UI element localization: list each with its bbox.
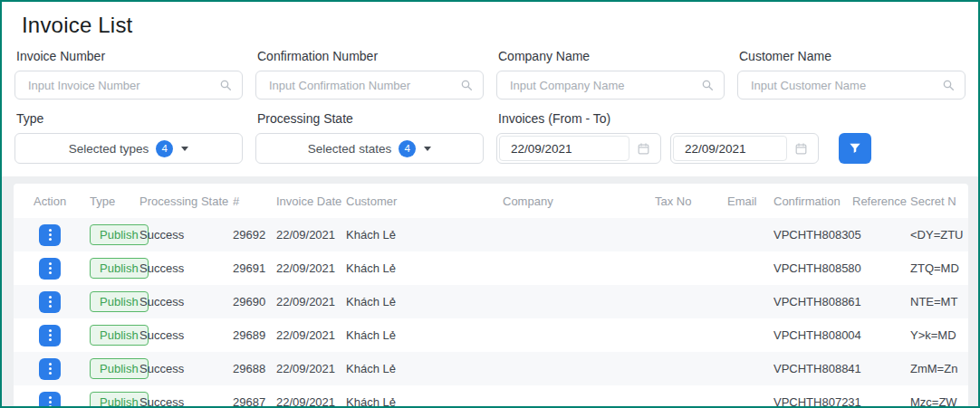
column-header-type: Type [90, 184, 139, 218]
processing-state-count-badge: 4 [399, 140, 416, 157]
processing-state-dropdown-text: Selected states [308, 142, 391, 156]
processing-state-dropdown[interactable]: Selected states 4 [255, 133, 484, 164]
cell-confirmation: VPCHTH808580 [773, 251, 852, 285]
table-row: PublishSuccess2968722/09/2021Khách LẻVPC… [14, 385, 968, 408]
type-count-badge: 4 [156, 140, 173, 157]
customer-name-label: Customer Name [739, 49, 966, 63]
row-actions-button[interactable] [39, 392, 61, 408]
filters-section: Invoice List Invoice Number Confirmation… [2, 2, 978, 176]
cell-email [727, 285, 773, 318]
cell-date: 22/09/2021 [276, 251, 346, 285]
row-actions-button[interactable] [39, 291, 61, 313]
confirmation-number-input[interactable] [269, 79, 459, 92]
cell-state: Success [139, 318, 233, 352]
cell-customer: Khách Lẻ [346, 218, 503, 251]
kebab-menu-icon [49, 367, 52, 370]
invoice-number-field: Invoice Number [14, 49, 243, 100]
page-title: Invoice List [22, 13, 966, 38]
column-header-reference: Reference [852, 184, 910, 218]
date-from-box [496, 133, 661, 164]
row-actions-button[interactable] [39, 358, 61, 380]
cell-number: 29687 [233, 385, 276, 408]
cell-state: Success [139, 218, 233, 251]
cell-confirmation: VPCHTH808841 [773, 352, 852, 385]
calendar-icon[interactable] [637, 142, 650, 156]
cell-number: 29688 [233, 352, 276, 385]
customer-name-field: Customer Name [737, 49, 966, 100]
kebab-menu-icon [49, 300, 52, 303]
search-icon [700, 78, 715, 92]
cell-confirmation: VPCHTH808305 [773, 218, 852, 251]
cell-confirmation: VPCHTH808004 [773, 318, 852, 352]
processing-state-field: Processing State Selected states 4 [255, 111, 484, 164]
cell-customer: Khách Lẻ [346, 385, 503, 408]
confirmation-number-inputbox [255, 71, 484, 100]
kebab-menu-icon [49, 267, 52, 270]
cell-date: 22/09/2021 [276, 285, 346, 318]
cell-email [727, 218, 773, 251]
cell-number: 29690 [233, 285, 276, 318]
cell-company [503, 385, 655, 408]
calendar-icon[interactable] [794, 142, 808, 156]
cell-secret: Mzc=ZW [910, 385, 968, 408]
customer-name-input[interactable] [751, 79, 941, 92]
column-header-email: Email [727, 184, 773, 218]
cell-email [727, 318, 773, 352]
cell-company [503, 218, 655, 251]
type-field: Type Selected types 4 [14, 111, 243, 164]
invoice-number-label: Invoice Number [16, 49, 243, 63]
row-actions-button[interactable] [39, 224, 61, 246]
cell-number: 29691 [233, 251, 276, 285]
invoice-table: ActionTypeProcessing State#Invoice DateC… [14, 184, 968, 408]
cell-state: Success [139, 352, 233, 385]
cell-customer: Khách Lẻ [346, 251, 503, 285]
column-header-processing-state: Processing State [139, 184, 233, 218]
cell-secret: <DY=ZTU [910, 218, 968, 251]
cell-customer: Khách Lẻ [346, 318, 503, 352]
column-header-invoice-date: Invoice Date [276, 184, 346, 218]
search-icon [218, 78, 233, 92]
type-dropdown-text: Selected types [69, 142, 149, 156]
cell-confirmation: VPCHTH807231 [773, 385, 852, 408]
cell-customer: Khách Lẻ [346, 352, 503, 385]
invoices-range-label: Invoices (From - To) [498, 111, 966, 126]
cell-tax_no [655, 385, 727, 408]
apply-filter-button[interactable] [839, 133, 871, 164]
invoice-number-input[interactable] [28, 79, 218, 92]
cell-email [727, 251, 773, 285]
kebab-menu-icon [49, 233, 52, 236]
date-to-box [670, 133, 819, 164]
funnel-icon [848, 141, 862, 156]
cell-date: 22/09/2021 [276, 385, 346, 408]
kebab-menu-icon [49, 401, 52, 403]
type-dropdown[interactable]: Selected types 4 [14, 133, 243, 164]
confirmation-number-label: Confirmation Number [257, 49, 484, 63]
cell-date: 22/09/2021 [276, 352, 346, 385]
cell-state: Success [139, 285, 233, 318]
cell-company [503, 251, 655, 285]
cell-date: 22/09/2021 [276, 318, 346, 352]
date-from-input[interactable] [499, 136, 629, 161]
company-name-field: Company Name [496, 49, 725, 100]
table-row: PublishSuccess2968822/09/2021Khách LẻVPC… [14, 352, 968, 385]
row-actions-button[interactable] [39, 325, 61, 346]
cell-company [503, 318, 655, 352]
table-row: PublishSuccess2969222/09/2021Khách LẻVPC… [14, 218, 968, 251]
cell-tax_no [655, 318, 727, 352]
cell-number: 29692 [233, 218, 276, 251]
date-to-input[interactable] [673, 136, 787, 161]
invoice-table-area: ActionTypeProcessing State#Invoice DateC… [2, 176, 978, 408]
confirmation-number-field: Confirmation Number [255, 49, 484, 100]
company-name-inputbox [496, 71, 725, 100]
cell-tax_no [655, 285, 727, 318]
cell-date: 22/09/2021 [276, 218, 346, 251]
row-actions-button[interactable] [39, 258, 61, 280]
cell-number: 29689 [233, 318, 276, 352]
company-name-input[interactable] [510, 79, 700, 92]
column-header-confirmation: Confirmation [773, 184, 852, 218]
column-header-secret-n: Secret N [910, 184, 968, 218]
column-header-action: Action [14, 184, 90, 218]
cell-secret: ZTQ=MD [910, 251, 968, 285]
cell-tax_no [655, 251, 727, 285]
cell-secret: Y>k=MD [910, 318, 968, 352]
